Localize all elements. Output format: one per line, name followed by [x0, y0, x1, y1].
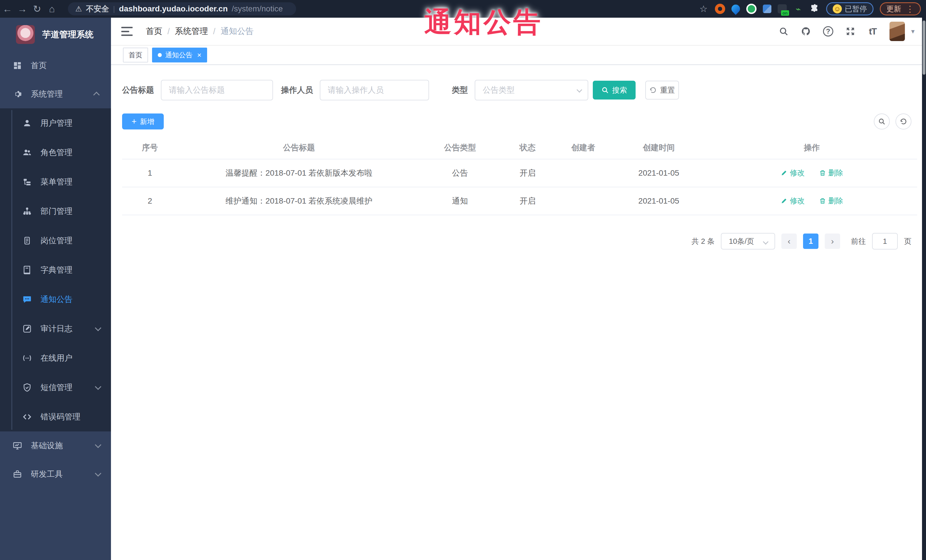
help-icon[interactable]: ?: [823, 26, 834, 37]
monitor-chart-icon: [12, 441, 22, 450]
refresh-button[interactable]: [896, 113, 911, 130]
sidebar-item-roles[interactable]: 角色管理: [0, 138, 111, 167]
browser-reload-icon[interactable]: ↻: [30, 3, 44, 15]
gear-icon: [12, 89, 22, 99]
delete-link[interactable]: 删除: [819, 196, 843, 206]
extension-sprout-icon[interactable]: ⌁: [793, 4, 803, 14]
profile-paused-chip[interactable]: ☺ 已暂停: [826, 2, 873, 15]
browser-back-icon[interactable]: ←: [0, 3, 15, 15]
cell-creator: [555, 159, 611, 187]
scrollbar-thumb[interactable]: [923, 21, 925, 75]
breadcrumb-separator: /: [213, 27, 215, 36]
edit-link[interactable]: 修改: [781, 196, 805, 206]
bookmark-star-icon[interactable]: ☆: [698, 4, 709, 14]
prev-page-button[interactable]: ‹: [781, 234, 797, 249]
tree-list-icon: [22, 177, 32, 187]
sidebar-item-label: 短信管理: [41, 382, 73, 393]
page-number-1[interactable]: 1: [803, 234, 819, 249]
sidebar-item-label: 基础设施: [31, 440, 63, 451]
sidebar-item-posts[interactable]: 岗位管理: [0, 226, 111, 255]
extension-gem-icon[interactable]: [763, 5, 772, 13]
type-select[interactable]: [475, 80, 588, 100]
sidebar-item-online-users[interactable]: 在线用户: [0, 343, 111, 373]
message-bubble-icon: [22, 294, 32, 304]
sidebar-item-notice[interactable]: 通知公告: [0, 285, 111, 314]
browser-extensions: ☆ on ⌁ ☺ 已暂停 更新 ⋮: [698, 0, 921, 18]
avatar-caret-icon[interactable]: ▾: [911, 27, 915, 35]
warning-icon: ⚠: [75, 5, 82, 14]
extensions-puzzle-icon[interactable]: [809, 4, 820, 14]
operator-input[interactable]: [320, 80, 429, 100]
url-divider: |: [113, 5, 115, 14]
address-bar[interactable]: ⚠ 不安全 | dashboard.yudao.iocoder.cn/syste…: [68, 2, 296, 15]
font-size-icon[interactable]: tT: [867, 26, 878, 37]
users-icon: [22, 148, 32, 157]
fullscreen-icon[interactable]: [845, 26, 856, 37]
sidebar-item-label: 岗位管理: [41, 235, 73, 246]
jump-page-input[interactable]: [872, 233, 898, 249]
user-avatar[interactable]: [890, 22, 905, 41]
search-form: 公告标题 操作人员 类型 搜索 重置: [122, 80, 917, 100]
sidebar-item-audit-log[interactable]: 审计日志: [0, 314, 111, 343]
table-row: 1 温馨提醒：2018-07-01 若依新版本发布啦 公告 开启 2021-01…: [122, 159, 917, 187]
reset-button[interactable]: 重置: [645, 81, 679, 100]
browser-home-icon[interactable]: ⌂: [44, 3, 59, 15]
delete-link[interactable]: 删除: [819, 168, 843, 178]
title-input[interactable]: [161, 80, 273, 100]
app-title: 芋道管理系统: [42, 29, 94, 41]
browser-update-button[interactable]: 更新 ⋮: [880, 2, 921, 15]
sidebar-item-dict[interactable]: 字典管理: [0, 255, 111, 285]
sidebar-item-departments[interactable]: 部门管理: [0, 196, 111, 226]
sidebar-item-dev-tools[interactable]: 研发工具: [0, 460, 111, 488]
edit-link[interactable]: 修改: [781, 168, 805, 178]
page-scrollbar[interactable]: [922, 18, 926, 560]
chevron-up-icon: [93, 92, 100, 98]
edit-link-label: 修改: [790, 168, 805, 178]
code-icon: [22, 412, 32, 422]
sidebar-item-infrastructure[interactable]: 基础设施: [0, 432, 111, 460]
sidebar: 芋道管理系统 首页 系统管理 用户管理 角色管理: [0, 18, 111, 560]
url-path: /system/notice: [232, 4, 283, 14]
tags-view: 首页 通知公告 ×: [111, 45, 926, 65]
sidebar-item-system[interactable]: 系统管理: [0, 80, 111, 108]
cell-title: 温馨提醒：2018-07-01 若依新版本发布啦: [178, 159, 420, 187]
sidebar-item-menus[interactable]: 菜单管理: [0, 167, 111, 196]
breadcrumb-home[interactable]: 首页: [146, 26, 162, 37]
extension-dark-icon[interactable]: on: [778, 4, 787, 14]
sidebar-item-error-code[interactable]: 错误码管理: [0, 402, 111, 432]
browser-menu-icon[interactable]: ⋮: [906, 4, 914, 14]
breadcrumb: 首页 / 系统管理 / 通知公告: [146, 26, 254, 37]
browser-forward-icon[interactable]: →: [15, 3, 30, 15]
type-select-input[interactable]: [475, 80, 588, 100]
close-icon[interactable]: ×: [197, 51, 201, 59]
browser-chrome: ← → ↻ ⌂ ⚠ 不安全 | dashboard.yudao.iocoder.…: [0, 0, 926, 18]
app-logo-row[interactable]: 芋道管理系统: [0, 18, 111, 51]
sidebar-item-home[interactable]: 首页: [0, 51, 111, 80]
tag-notice[interactable]: 通知公告 ×: [152, 48, 207, 62]
sidebar-item-sms[interactable]: 短信管理: [0, 373, 111, 402]
github-icon[interactable]: [800, 26, 811, 37]
tag-home[interactable]: 首页: [123, 48, 148, 62]
table-settings: [874, 113, 917, 130]
update-label: 更新: [886, 4, 901, 14]
sidebar-item-label: 研发工具: [31, 469, 63, 480]
col-type: 公告类型: [420, 136, 500, 159]
next-page-button[interactable]: ›: [825, 234, 840, 249]
cell-status: 开启: [500, 187, 555, 215]
add-button[interactable]: + 新增: [122, 113, 164, 130]
extension-orange-icon[interactable]: [715, 4, 725, 14]
sidebar-toggle-icon[interactable]: [121, 27, 133, 36]
system-submenu: 用户管理 角色管理 菜单管理 部门管理 岗位管理: [0, 108, 111, 432]
page-size-select[interactable]: 10条/页: [721, 233, 775, 249]
paused-label: 已暂停: [845, 4, 867, 14]
breadcrumb-system[interactable]: 系统管理: [175, 26, 208, 37]
dashboard-icon: [12, 61, 22, 71]
chevron-down-icon: [95, 442, 101, 448]
search-button[interactable]: 搜索: [593, 81, 635, 100]
extension-drop-icon[interactable]: [730, 3, 742, 15]
search-icon[interactable]: [778, 26, 789, 37]
sidebar-item-users[interactable]: 用户管理: [0, 108, 111, 138]
extension-green-icon[interactable]: [746, 4, 757, 14]
cell-actions: 修改 删除: [707, 159, 917, 187]
hide-search-button[interactable]: [874, 113, 890, 130]
